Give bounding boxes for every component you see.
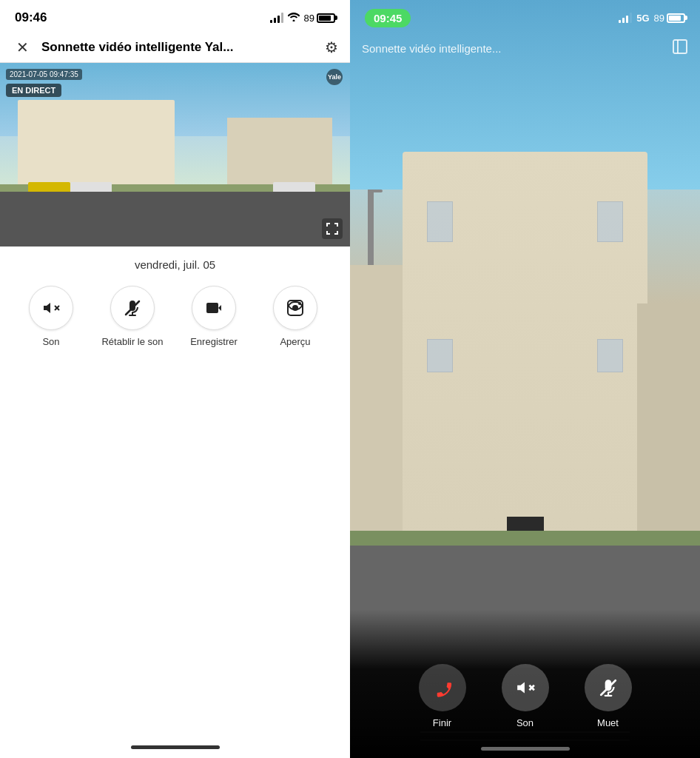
right-signal-icon [619, 13, 632, 23]
device-title: Sonnette vidéo intelligente Yal... [41, 40, 316, 55]
apercu-label: Aperçu [280, 336, 310, 347]
retablir-icon-circle [110, 286, 155, 330]
left-status-bar: 09:46 89 [0, 0, 350, 33]
muet-circle [585, 664, 632, 711]
r-window-4 [597, 339, 623, 372]
enregistrer-label: Enregistrer [190, 336, 238, 347]
r-building-main [403, 152, 647, 568]
svg-rect-6 [206, 303, 218, 313]
left-header: ✕ Sonnette vidéo intelligente Yal... ⚙ [0, 33, 350, 63]
camera-feed: 2021-07-05 09:47:35 EN DIRECT Yale [0, 63, 350, 246]
apercu-icon-circle [273, 286, 317, 330]
muet-button[interactable]: Muet [585, 664, 632, 728]
right-time: 09:45 [365, 9, 411, 27]
right-son-button[interactable]: Son [502, 664, 549, 728]
right-battery-percent: 89 [654, 13, 664, 24]
right-son-label: Son [516, 717, 534, 728]
network-label: 5G [636, 13, 649, 24]
yale-logo: Yale [326, 69, 343, 85]
right-status-bar: 09:45 5G 89 [350, 0, 700, 33]
camera-timestamp: 2021-07-05 09:47:35 [6, 69, 82, 80]
r-window-3 [427, 339, 453, 372]
r-window-2 [597, 201, 623, 242]
battery-indicator: 89 [304, 13, 335, 24]
right-son-circle [502, 664, 549, 711]
right-controls-row: Finir Son [419, 664, 632, 728]
svg-marker-7 [218, 305, 221, 311]
battery-icon [317, 13, 335, 23]
son-icon-circle [29, 286, 73, 330]
enregistrer-icon-circle [192, 286, 236, 330]
date-label: vendredi, juil. 05 [0, 246, 350, 286]
ground [0, 192, 350, 246]
muet-label: Muet [597, 717, 619, 728]
retablir-button[interactable]: Rétablir le son [99, 286, 166, 347]
fullscreen-button[interactable] [322, 218, 343, 239]
son-label: Son [42, 336, 59, 347]
live-badge: EN DIRECT [6, 84, 61, 97]
settings-button[interactable]: ⚙ [325, 38, 338, 56]
svg-marker-0 [44, 303, 50, 313]
r-building-right [637, 303, 700, 568]
close-button[interactable]: ✕ [12, 38, 33, 56]
right-battery-icon [667, 13, 685, 23]
battery-percent: 89 [304, 13, 314, 24]
right-controls: Finir Son [350, 610, 700, 758]
right-top-bar: Sonnette vidéo intelligente... [350, 33, 700, 64]
right-panel: 09:45 5G 89 Sonnette vidéo intelligente.… [350, 0, 700, 758]
r-window-1 [427, 201, 453, 242]
wifi-icon [288, 12, 300, 24]
signal-icon [270, 13, 283, 23]
controls-grid: Son Rétablir le son [0, 286, 350, 347]
phone-end-icon [427, 672, 458, 703]
left-time: 09:46 [15, 10, 47, 25]
retablir-label: Rétablir le son [101, 336, 163, 347]
svg-marker-13 [517, 682, 525, 693]
left-panel: 09:46 89 ✕ Sonnette vidéo intelli [0, 0, 350, 758]
right-home-indicator [481, 747, 570, 751]
enregistrer-button[interactable]: Enregistrer [181, 286, 247, 347]
finir-button[interactable]: Finir [419, 664, 466, 728]
hangup-circle [419, 664, 466, 711]
son-button[interactable]: Son [18, 286, 84, 347]
right-battery-indicator: 89 [654, 13, 685, 24]
right-device-title: Sonnette vidéo intelligente... [362, 42, 672, 55]
svg-rect-11 [673, 40, 687, 53]
svg-point-10 [298, 302, 301, 305]
apercu-button[interactable]: Aperçu [262, 286, 329, 347]
left-status-icons: 89 [270, 12, 335, 24]
right-status-icons: 5G 89 [619, 13, 685, 24]
expand-button[interactable] [672, 38, 688, 58]
home-indicator [131, 745, 220, 749]
finir-label: Finir [433, 717, 451, 728]
